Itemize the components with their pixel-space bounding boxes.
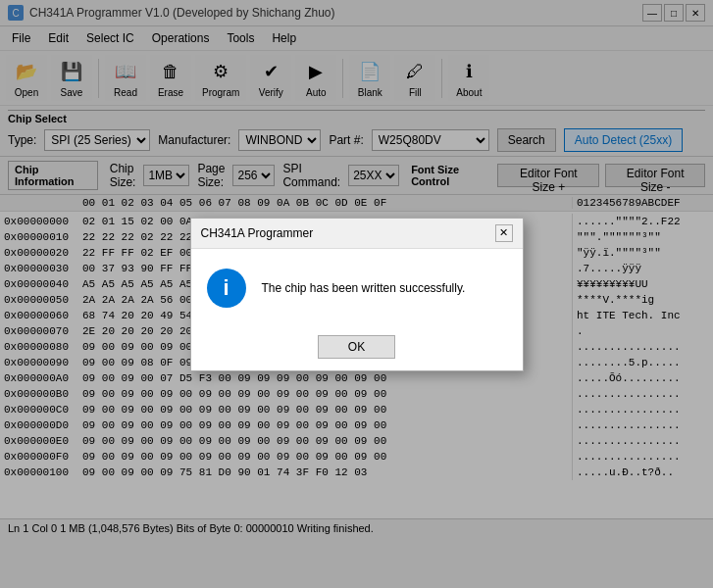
modal-body: i The chip has been written successfully… xyxy=(191,249,523,327)
modal-close-button[interactable]: ✕ xyxy=(495,224,513,242)
modal-dialog: CH341A Programmer ✕ i The chip has been … xyxy=(190,218,524,371)
modal-title: CH341A Programmer xyxy=(201,226,314,240)
modal-message: The chip has been written successfully. xyxy=(262,281,466,295)
modal-footer: OK xyxy=(191,327,523,370)
modal-ok-button[interactable]: OK xyxy=(318,335,395,359)
modal-overlay: CH341A Programmer ✕ i The chip has been … xyxy=(0,0,713,588)
modal-info-icon: i xyxy=(207,269,246,308)
modal-title-bar: CH341A Programmer ✕ xyxy=(191,219,523,249)
